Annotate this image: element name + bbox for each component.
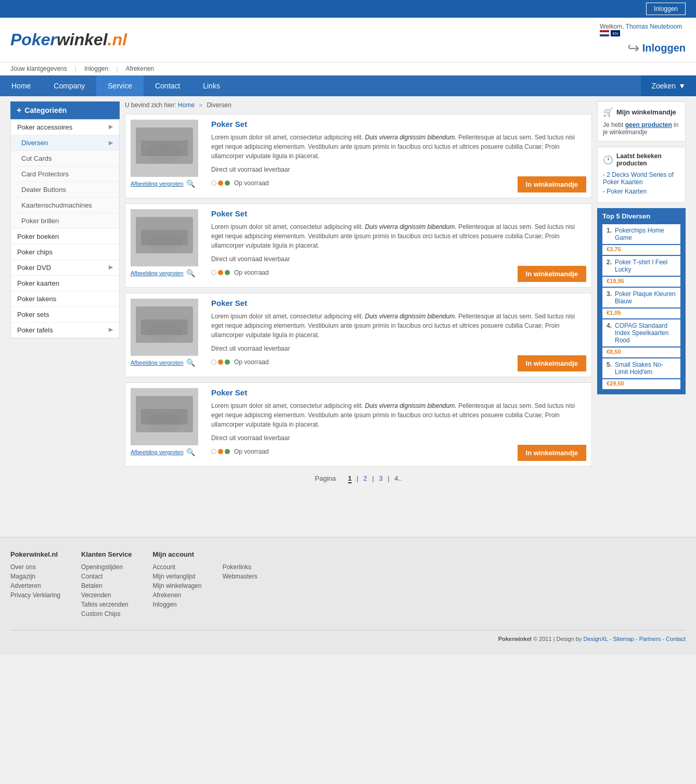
nav-service[interactable]: Service: [96, 75, 144, 96]
zoom-icon-2[interactable]: 🔍: [186, 269, 195, 277]
footer-link-tafels-verzenden[interactable]: Tafels verzenden: [81, 601, 132, 608]
nav-links[interactable]: Links: [191, 75, 231, 96]
status-dots-2: [211, 270, 230, 275]
nav-company[interactable]: Company: [42, 75, 96, 96]
footer-link-webmasters[interactable]: Webmasters: [223, 573, 257, 580]
footer-link-inloggen[interactable]: Inloggen: [153, 601, 202, 608]
enlarge-link-4[interactable]: Afbeelding vergroten: [131, 449, 184, 455]
sidebar-item-kaartenschudmachines[interactable]: Kaartenschudmachines: [11, 198, 119, 213]
sidebar-label-poker-boeken: Poker boeken: [17, 233, 59, 240]
enlarge-link-2[interactable]: Afbeelding vergroten: [131, 270, 184, 276]
search-button[interactable]: Zoeken ▼: [641, 75, 696, 96]
top5-box: Top 5 Diversen 1. Pokerchips Home Game €…: [597, 208, 686, 394]
footer-link-betalen[interactable]: Betalen: [81, 582, 132, 589]
footer-partners-link[interactable]: Partners: [639, 636, 661, 642]
top5-link-1[interactable]: Pokerchips Home Game: [615, 227, 676, 241]
top5-link-2[interactable]: Poker T-shirt I Feel Lucky: [615, 259, 676, 273]
dot1-1: [211, 181, 216, 186]
product-card-4: Afbeelding vergroten 🔍 Poker Set Lorem i…: [125, 382, 592, 467]
enlarge-link-3[interactable]: Afbeelding vergroten: [131, 359, 184, 366]
footer-link-custom-chips[interactable]: Custom Chips: [81, 610, 132, 618]
top5-link-5[interactable]: Small Stakes No-Limit Hold'em: [615, 361, 676, 376]
sidebar-item-cut-cards[interactable]: Cut Cards: [11, 151, 119, 166]
sidebar-item-poker-kaarten[interactable]: Poker kaarten: [11, 276, 119, 291]
footer-link-account[interactable]: Account: [153, 563, 202, 571]
sidebar-header: + Categorieën: [10, 101, 120, 119]
footer-link-openingstijden[interactable]: Openingstijden: [81, 563, 132, 571]
footer-contact-link[interactable]: Contact: [666, 636, 686, 642]
recent-item-1: 2 Decks World Series of Poker Kaarten: [603, 171, 680, 186]
spacer: [0, 495, 696, 537]
footer-link-afrekenen[interactable]: Afrekenen: [153, 592, 202, 599]
top5-num-1: 1.: [607, 227, 612, 241]
subnav-inloggen[interactable]: Inloggen: [84, 65, 108, 73]
top5-link-4[interactable]: COPAG Standaard Index Speelkaarten Rood: [615, 322, 676, 344]
cart-products-link[interactable]: geen producten: [625, 121, 672, 128]
dot3-3: [225, 359, 230, 365]
footer-sitemap-link[interactable]: Sitemap: [613, 636, 634, 642]
footer-designxl-link[interactable]: DesignXL: [584, 636, 608, 642]
zoom-icon-1[interactable]: 🔍: [186, 179, 195, 188]
footer-link-winkelwagen[interactable]: Mijn winkelwagen: [153, 582, 202, 589]
dot1-4: [211, 449, 216, 454]
product-title-2: Poker Set: [211, 209, 586, 218]
footer-col-account: Mijn account Account Mijn verlanglijst M…: [153, 550, 202, 620]
nav-contact[interactable]: Contact: [144, 75, 191, 96]
sidebar-item-poker-tafels[interactable]: Poker tafels ▶: [11, 323, 119, 338]
sidebar-item-poker-chips[interactable]: Poker chips: [11, 245, 119, 260]
pagination-page-3[interactable]: 3: [379, 474, 382, 482]
sidebar-label-poker-sets: Poker sets: [17, 311, 49, 318]
top5-num-3: 3.: [607, 290, 612, 305]
sidebar-item-card-protectors[interactable]: Card Protectors: [11, 166, 119, 182]
recently-viewed-box: 🕐 Laatst bekeken producten 2 Decks World…: [597, 147, 686, 203]
sidebar-item-poker-sets[interactable]: Poker sets: [11, 307, 119, 323]
welcome-label: Welkom,: [600, 23, 624, 30]
topbar-login-button[interactable]: Inloggen: [646, 3, 686, 15]
footer-link-verlanglijst[interactable]: Mijn verlanglijst: [153, 573, 202, 580]
sidebar-item-poker-lakens[interactable]: Poker lakens: [11, 291, 119, 307]
subnav-klantgegevens[interactable]: Jouw klantgegevens: [10, 65, 67, 73]
status-dots-4: [211, 449, 230, 454]
footer: Pokerwinkel.nl Over ons Magazijn Adverte…: [0, 537, 696, 655]
nav-home[interactable]: Home: [0, 75, 42, 96]
footer-link-over-ons[interactable]: Over ons: [10, 563, 60, 571]
footer-link-magazijn[interactable]: Magazijn: [10, 573, 60, 580]
username-link[interactable]: Thomas Neuteboom: [626, 23, 682, 30]
footer-link-adverteren[interactable]: Adverteren: [10, 582, 60, 589]
footer-link-verzenden[interactable]: Verzenden: [81, 592, 132, 599]
inloggen-link[interactable]: Inloggen: [642, 42, 686, 54]
sidebar-item-poker-accessoires[interactable]: Poker accessoires ▶: [11, 120, 119, 135]
recent-link-1[interactable]: 2 Decks World Series of Poker Kaarten: [603, 171, 674, 186]
sidebar-label-cut-cards: Cut Cards: [21, 155, 52, 162]
sidebar-label-poker-lakens: Poker lakens: [17, 295, 56, 303]
sidebar-item-dealer-buttons[interactable]: Dealer Buttons: [11, 182, 119, 198]
sidebar-item-poker-brillen[interactable]: Poker brillen: [11, 213, 119, 229]
sidebar-item-diversen[interactable]: Diversen ▶: [11, 135, 119, 151]
product-info-4: Poker Set Lorem ipsum dolor sit amet, co…: [211, 388, 586, 461]
add-to-cart-4[interactable]: In winkelmandje: [518, 445, 586, 461]
footer-col-brand: Pokerwinkel.nl Over ons Magazijn Adverte…: [10, 550, 60, 620]
sidebar-item-poker-boeken[interactable]: Poker boeken: [11, 229, 119, 245]
subnav-afrekenen[interactable]: Afrekenen: [126, 65, 154, 73]
footer-link-privacy[interactable]: Privacy Verklaring: [10, 592, 60, 599]
sidebar-item-poker-dvd[interactable]: Poker DVD ▶: [11, 260, 119, 276]
breadcrumb-home[interactable]: Home: [178, 101, 195, 109]
footer-link-contact[interactable]: Contact: [81, 573, 132, 580]
pagination-page-4[interactable]: 4..: [394, 474, 402, 482]
product-title-1: Poker Set: [211, 120, 586, 128]
add-to-cart-2[interactable]: In winkelmandje: [518, 266, 586, 282]
top5-item-5: 5. Small Stakes No-Limit Hold'em: [602, 358, 680, 378]
welcome-text: Welkom, Thomas Neuteboom EN: [600, 23, 686, 36]
recent-link-2[interactable]: Poker Kaarten: [607, 188, 647, 195]
top5-link-3[interactable]: Poker Plaque Kleuren Blauw: [615, 290, 676, 305]
zoom-icon-4[interactable]: 🔍: [186, 448, 195, 456]
add-to-cart-1[interactable]: In winkelmandje: [518, 176, 586, 192]
footer-link-pokerlinks[interactable]: Pokerlinks: [223, 563, 257, 571]
inloggen-section: ↪ Inloggen: [627, 40, 686, 57]
pagination-page-2[interactable]: 2: [364, 474, 367, 482]
enlarge-link-1[interactable]: Afbeelding vergroten: [131, 181, 184, 187]
status-text-1: Op voorraad: [234, 179, 269, 187]
product-status-2: Op voorraad: [211, 269, 269, 276]
add-to-cart-3[interactable]: In winkelmandje: [518, 355, 586, 371]
zoom-icon-3[interactable]: 🔍: [186, 358, 195, 367]
